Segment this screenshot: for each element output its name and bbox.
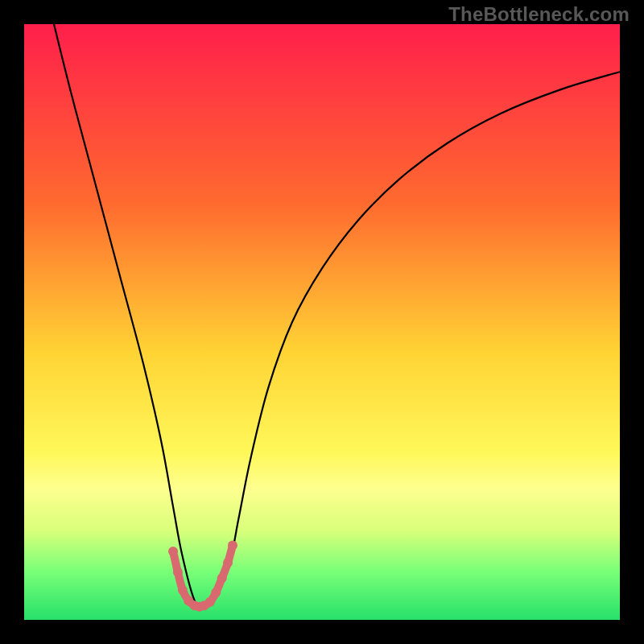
highlight-dot [205, 597, 215, 607]
highlight-dot [217, 573, 227, 583]
watermark-text: TheBottleneck.com [448, 3, 630, 26]
highlight-dot [228, 541, 237, 551]
highlight-dot [168, 547, 178, 556]
chart-svg [24, 24, 620, 620]
highlight-dot [178, 585, 188, 595]
highlight-dot [223, 558, 233, 568]
chart-background [24, 24, 620, 620]
highlight-dot [173, 568, 183, 577]
highlight-dot [211, 588, 221, 597]
chart-container: TheBottleneck.com [0, 0, 644, 644]
